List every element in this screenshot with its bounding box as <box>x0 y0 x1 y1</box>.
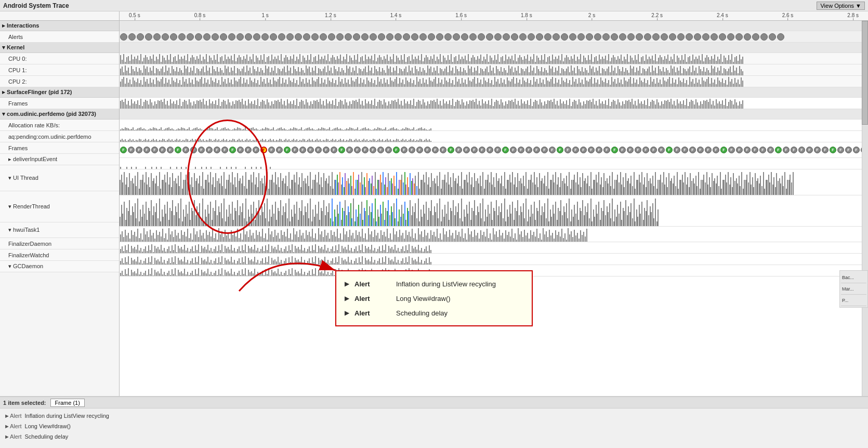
frame-circle-66[interactable]: F <box>635 147 641 153</box>
alert-circle-66[interactable] <box>669 33 676 41</box>
alert-circle-78[interactable] <box>769 33 776 41</box>
render-thread-viz[interactable] <box>120 195 868 227</box>
alert-circle-3[interactable] <box>145 33 152 41</box>
frame-circle-16[interactable]: F <box>245 147 252 153</box>
frame-circle-55[interactable]: F <box>549 147 556 153</box>
tooltip-row-2[interactable]: ▶ Alert Long View#draw() <box>345 291 523 306</box>
mini-panel-item-1[interactable]: Bac... <box>841 272 866 283</box>
frame-circle-9[interactable]: F <box>190 147 197 153</box>
alert-circle-59[interactable] <box>611 33 618 41</box>
frame-circle-70[interactable]: F <box>666 147 673 153</box>
frame-circle-30[interactable]: F <box>354 147 361 153</box>
mini-panel-item-2[interactable]: Mar... <box>841 283 866 295</box>
frame-circle-14[interactable]: F <box>229 147 236 153</box>
alert-circle-21[interactable] <box>295 33 302 41</box>
alert-circle-41[interactable] <box>461 33 468 41</box>
alert-circle-27[interactable] <box>345 33 352 41</box>
tooltip-row-3[interactable]: ▶ Alert Scheduling delay <box>345 306 523 320</box>
alert-circle-53[interactable] <box>561 33 568 41</box>
status-alert-label-2[interactable]: ►Alert <box>4 423 22 429</box>
mini-panel-item-3[interactable]: P... <box>841 295 866 306</box>
frame-circle-90[interactable]: F <box>822 147 828 153</box>
alert-circle-38[interactable] <box>436 33 443 41</box>
alert-circle-40[interactable] <box>453 33 460 41</box>
frame-circle-24[interactable]: F <box>307 147 314 153</box>
surfaceflinger-header[interactable]: ▸ SurfaceFlinger (pid 172) <box>0 87 119 98</box>
alert-circle-71[interactable] <box>711 33 718 41</box>
alert-circle-43[interactable] <box>478 33 485 41</box>
frame-circle-84[interactable]: F <box>775 147 782 153</box>
alert-circle-20[interactable] <box>286 33 294 41</box>
alert-circle-76[interactable] <box>752 33 759 41</box>
alert-circle-36[interactable] <box>419 33 427 41</box>
alert-circle-35[interactable] <box>411 33 418 41</box>
frame-circle-32[interactable]: F <box>370 147 376 153</box>
alert-circle-58[interactable] <box>602 33 610 41</box>
alert-circle-50[interactable] <box>536 33 543 41</box>
alert-circle-33[interactable] <box>394 33 402 41</box>
alert-circle-56[interactable] <box>586 33 593 41</box>
alert-circle-74[interactable] <box>735 33 743 41</box>
frame-circle-44[interactable]: F <box>463 147 470 153</box>
alert-circle-23[interactable] <box>311 33 319 41</box>
alert-circle-18[interactable] <box>270 33 277 41</box>
frame-circle-69[interactable]: F <box>658 147 665 153</box>
frame-circle-10[interactable]: F <box>198 147 205 153</box>
frame-circle-27[interactable]: F <box>331 147 337 153</box>
alert-circle-67[interactable] <box>677 33 685 41</box>
frame-circle-46[interactable]: F <box>479 147 485 153</box>
alert-circle-30[interactable] <box>370 33 377 41</box>
frame-circle-83[interactable]: F <box>767 147 774 153</box>
frame-circle-87[interactable]: F <box>798 147 805 153</box>
alert-circle-45[interactable] <box>494 33 502 41</box>
frame-circle-68[interactable]: F <box>650 147 657 153</box>
alert-circle-68[interactable] <box>686 33 693 41</box>
alert-circle-13[interactable] <box>228 33 235 41</box>
frame-circle-61[interactable]: F <box>596 147 602 153</box>
frame-circle-94[interactable]: F <box>853 147 860 153</box>
frame-circle-50[interactable]: F <box>510 147 517 153</box>
status-alert-label-3[interactable]: ►Alert <box>4 433 22 440</box>
cpu0-viz[interactable] <box>120 53 868 64</box>
alert-circle-55[interactable] <box>577 33 585 41</box>
frame-circle-12[interactable]: F <box>214 147 220 153</box>
frames-viz[interactable]: FFFFFFFFFFFFFFFFFFFFFFFFFFFFFFFFFFFFFFFF… <box>120 142 868 158</box>
alert-circle-8[interactable] <box>187 33 194 41</box>
aqpending-viz[interactable] <box>120 131 868 142</box>
alert-circle-49[interactable] <box>528 33 535 41</box>
frame-circle-3[interactable]: F <box>143 147 150 153</box>
frame-circle-89[interactable]: F <box>814 147 821 153</box>
alert-circle-37[interactable] <box>428 33 435 41</box>
frame-circle-7[interactable]: F <box>175 147 181 153</box>
frame-circle-11[interactable]: F <box>206 147 213 153</box>
frame-circle-88[interactable]: F <box>806 147 813 153</box>
frame-circle-81[interactable]: F <box>752 147 758 153</box>
frame-circle-72[interactable]: F <box>681 147 688 153</box>
alert-circle-31[interactable] <box>378 33 385 41</box>
frame-circle-74[interactable]: F <box>697 147 704 153</box>
view-options-button[interactable]: View Options ▼ <box>817 2 865 10</box>
status-alert-label-1[interactable]: ►Alert <box>4 413 22 419</box>
cpu1-viz[interactable] <box>120 64 868 76</box>
frame-circle-37[interactable]: F <box>409 147 415 153</box>
frame-circle-82[interactable]: F <box>759 147 766 153</box>
frame-circle-25[interactable]: F <box>315 147 322 153</box>
alert-circle-29[interactable] <box>361 33 369 41</box>
scroll-indicator[interactable] <box>862 21 868 396</box>
frame-circle-17[interactable]: F <box>253 147 259 153</box>
frame-circle-2[interactable]: F <box>136 147 142 153</box>
frame-circle-92[interactable]: F <box>837 147 844 153</box>
alert-circle-73[interactable] <box>727 33 734 41</box>
alert-circle-28[interactable] <box>353 33 360 41</box>
frame-circle-21[interactable]: F <box>284 147 291 153</box>
hwui-viz[interactable] <box>120 227 868 242</box>
frame-circle-18[interactable]: F <box>260 147 267 153</box>
alert-circle-26[interactable] <box>336 33 344 41</box>
alert-circle-79[interactable] <box>777 33 784 41</box>
ui-thread-viz[interactable] <box>120 169 868 195</box>
kernel-header[interactable]: ▾ Kernel <box>0 43 119 53</box>
finalizer-watchd-viz[interactable] <box>120 254 868 265</box>
frame-circle-73[interactable]: F <box>689 147 696 153</box>
frame-circle-85[interactable]: F <box>783 147 790 153</box>
alert-circle-75[interactable] <box>744 33 751 41</box>
